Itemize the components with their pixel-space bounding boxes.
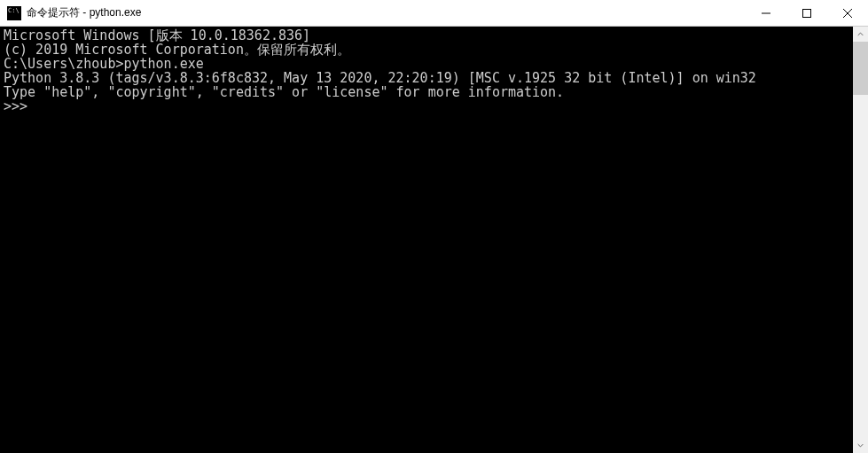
scroll-down-button[interactable] — [853, 438, 868, 453]
chevron-up-icon — [857, 31, 864, 37]
scroll-thumb[interactable] — [853, 42, 868, 95]
minimize-button[interactable] — [746, 0, 786, 26]
minimize-icon — [762, 9, 770, 18]
window-controls — [746, 0, 868, 26]
console-line: Type "help", "copyright", "credits" or "… — [4, 85, 849, 99]
console-body: Microsoft Windows [版本 10.0.18362.836](c)… — [0, 27, 868, 453]
console-prompt: >>> — [4, 99, 849, 113]
close-button[interactable] — [827, 0, 868, 26]
maximize-icon — [802, 9, 811, 18]
maximize-button[interactable] — [786, 0, 827, 26]
console-line: Python 3.8.3 (tags/v3.8.3:6f8c832, May 1… — [4, 71, 849, 85]
window-titlebar[interactable]: 命令提示符 - python.exe — [0, 0, 868, 27]
console-output[interactable]: Microsoft Windows [版本 10.0.18362.836](c)… — [0, 27, 853, 453]
console-line: Microsoft Windows [版本 10.0.18362.836] — [4, 28, 849, 43]
svg-rect-1 — [803, 9, 811, 17]
cmd-icon — [7, 6, 21, 20]
window-title: 命令提示符 - python.exe — [27, 5, 746, 20]
console-line: (c) 2019 Microsoft Corporation。保留所有权利。 — [4, 43, 849, 57]
chevron-down-icon — [857, 442, 864, 449]
scroll-track[interactable] — [853, 42, 868, 438]
vertical-scrollbar[interactable] — [853, 27, 868, 453]
console-line: C:\Users\zhoub>python.exe — [4, 57, 849, 71]
scroll-up-button[interactable] — [853, 27, 868, 42]
close-icon — [843, 9, 852, 18]
